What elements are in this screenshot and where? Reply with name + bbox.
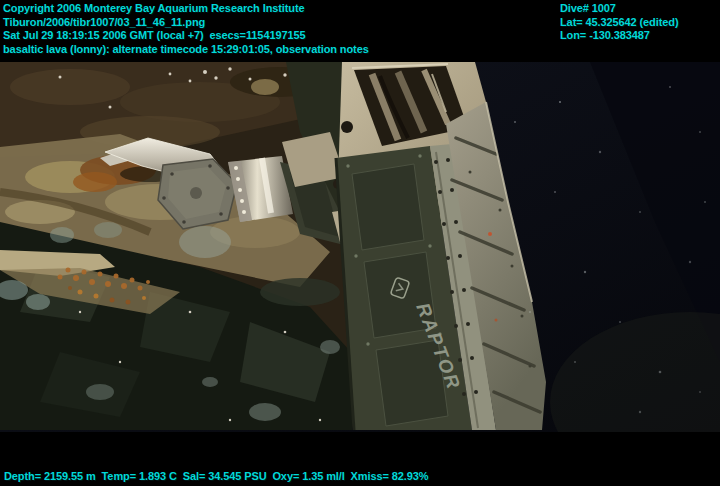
top-right-overlay-block: Dive# 1007 Lat= 45.325642 (edited) Lon= …	[560, 2, 678, 43]
overlay-latitude: Lat= 45.325642 (edited)	[560, 16, 678, 30]
bottom-overlay-bar: Depth= 2159.55 m Temp= 1.893 C Sal= 34.5…	[0, 432, 720, 486]
top-left-overlay-block: Copyright 2006 Monterey Bay Aquarium Res…	[3, 2, 369, 56]
overlay-copyright-line: Copyright 2006 Monterey Bay Aquarium Res…	[3, 2, 369, 16]
overlay-filepath-line: Tiburon/2006/tibr1007/03_11_46_11.png	[3, 16, 369, 30]
overlay-dive-number: Dive# 1007	[560, 2, 678, 16]
video-frame: RAPTOR	[0, 62, 720, 432]
telemetry-readout: Depth= 2159.55 m Temp= 1.893 C Sal= 34.5…	[4, 470, 429, 484]
overlay-annotation-line: basaltic lava (lonny): alternate timecod…	[3, 43, 369, 57]
rov-framegrab-screen: Copyright 2006 Monterey Bay Aquarium Res…	[0, 0, 720, 486]
overlay-longitude: Lon= -130.383487	[560, 29, 678, 43]
top-overlay-bar: Copyright 2006 Monterey Bay Aquarium Res…	[0, 0, 720, 62]
overlay-timestamp-line: Sat Jul 29 18:19:15 2006 GMT (local +7) …	[3, 29, 369, 43]
